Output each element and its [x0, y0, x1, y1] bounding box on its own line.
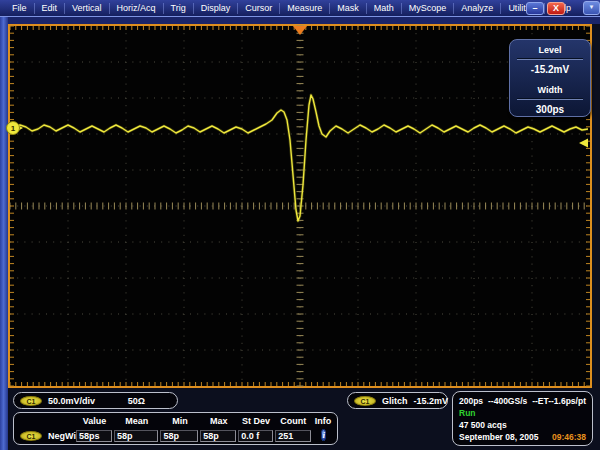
- window-frame-left: [0, 17, 8, 450]
- trigger-type: Glitch: [382, 396, 408, 406]
- input-impedance: 50Ω: [128, 396, 145, 406]
- channel-badge: C1: [20, 396, 42, 406]
- trigger-level-width-panel: Level -15.2mV Width 300ps: [509, 39, 591, 117]
- acquisition-panel: 200ps --400GS/s --ET--1.6ps/pt Run 47 50…: [452, 391, 593, 446]
- close-button[interactable]: X: [547, 2, 565, 15]
- channel-badge: C1: [20, 431, 42, 441]
- trigger-position-marker[interactable]: [293, 26, 307, 35]
- vertical-scale: 50.0mV/div: [48, 396, 95, 406]
- menu-overflow-button[interactable]: ▼: [583, 1, 600, 15]
- oscilloscope-screen: File Edit Vertical Horiz/Acq Trig Displa…: [0, 0, 600, 450]
- meas-count: 251: [275, 430, 311, 442]
- time-readout: 09:46:38: [552, 431, 586, 443]
- minimize-icon: –: [532, 3, 537, 13]
- measurement-table: Value Mean Min Max St Dev Count Info C1 …: [13, 412, 338, 445]
- trigger-level-value: -15.2mV: [414, 396, 449, 406]
- col-count: Count: [274, 416, 312, 426]
- measurement-header-row: Value Mean Min Max St Dev Count Info: [17, 414, 334, 428]
- menu-measure[interactable]: Measure: [280, 3, 330, 14]
- minimize-button[interactable]: –: [526, 2, 544, 15]
- meas-mean: 58p: [114, 430, 158, 442]
- close-icon: X: [553, 3, 559, 13]
- meas-max: 58p: [200, 430, 236, 442]
- menu-horiz-acq[interactable]: Horiz/Acq: [110, 3, 164, 14]
- channel1-waveform[interactable]: [14, 95, 588, 221]
- meas-value: 58ps: [76, 430, 112, 442]
- graticule: 1: [8, 24, 592, 388]
- menu-bar: File Edit Vertical Horiz/Acq Trig Displa…: [0, 0, 600, 17]
- menu-file[interactable]: File: [5, 3, 35, 14]
- chevron-down-icon: ▼: [588, 4, 594, 10]
- panel-separator: [517, 98, 583, 100]
- menu-analyze[interactable]: Analyze: [454, 3, 501, 14]
- col-value: Value: [76, 416, 114, 426]
- meas-min: 58p: [160, 430, 198, 442]
- channel-badge: C1: [354, 396, 376, 406]
- col-min: Min: [160, 416, 200, 426]
- meas-stdev: 0.0 f: [238, 430, 273, 442]
- menu-display[interactable]: Display: [194, 3, 239, 14]
- col-mean: Mean: [113, 416, 160, 426]
- width-label: Width: [510, 85, 590, 95]
- panel-separator: [517, 58, 583, 60]
- resolution-readout: --ET--1.6ps/pt: [532, 395, 586, 407]
- channel1-readout[interactable]: C1 50.0mV/div 50Ω: [13, 392, 178, 409]
- menu-myscope[interactable]: MyScope: [402, 3, 455, 14]
- menu-vertical[interactable]: Vertical: [65, 3, 110, 14]
- graticule-svg: 1: [10, 26, 590, 386]
- level-value[interactable]: -15.2mV: [510, 64, 590, 75]
- info-icon[interactable]: i: [321, 429, 326, 441]
- timebase-readout: 200ps: [459, 395, 483, 407]
- level-label: Level: [510, 45, 590, 55]
- date-readout: September 08, 2005: [459, 431, 538, 443]
- menu-trig[interactable]: Trig: [164, 3, 194, 14]
- col-stdev: St Dev: [238, 416, 275, 426]
- trigger-level-marker[interactable]: [579, 139, 588, 148]
- menu-cursor[interactable]: Cursor: [238, 3, 280, 14]
- col-info: Info: [312, 416, 334, 426]
- channel-number-label: 1: [11, 124, 16, 133]
- acquisition-state: Run: [459, 407, 476, 419]
- menu-mask[interactable]: Mask: [330, 3, 367, 14]
- menu-math[interactable]: Math: [367, 3, 402, 14]
- menu-edit[interactable]: Edit: [35, 3, 66, 14]
- col-max: Max: [200, 416, 238, 426]
- window-frame-band: [0, 17, 600, 24]
- measurement-row: C1 NegWid 58ps 58p 58p 58p 0.0 f 251 i: [17, 428, 334, 443]
- width-value[interactable]: 300ps: [510, 104, 590, 115]
- sample-rate-readout: --400GS/s: [488, 395, 527, 407]
- acquisition-count: 47 500 acqs: [459, 419, 507, 431]
- trigger-readout[interactable]: C1 Glitch -15.2mV: [347, 392, 448, 409]
